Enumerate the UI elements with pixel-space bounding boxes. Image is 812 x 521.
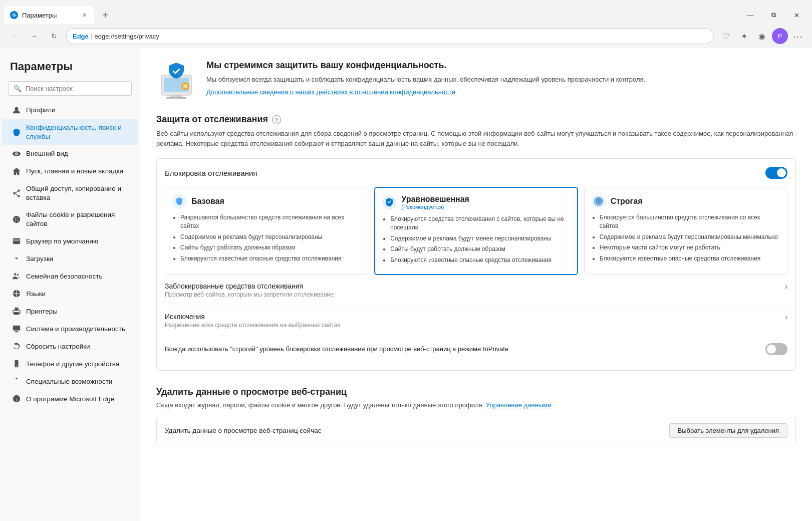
- strict-card-title: Строгая: [611, 197, 643, 206]
- sidebar-item-about[interactable]: i О программе Microsoft Edge: [2, 390, 138, 407]
- sidebar-item-family[interactable]: Семейная безопасность: [2, 268, 138, 285]
- hero-link[interactable]: Дополнительные сведения о наших действия…: [206, 88, 455, 96]
- delete-section-title: Удалить данные о просмотре веб-страниц: [156, 387, 796, 397]
- cookie-icon: [12, 215, 21, 224]
- svg-point-13: [15, 220, 16, 221]
- search-icon: 🔍: [14, 85, 22, 92]
- sidebar-item-phone[interactable]: Телефон и другие устройства: [2, 355, 138, 372]
- address-separator: |: [91, 32, 93, 40]
- delete-section: Удалить данные о просмотре веб-страниц С…: [156, 387, 796, 444]
- svg-point-32: [16, 378, 18, 380]
- sidebar-item-system[interactable]: Система и производительность: [2, 320, 138, 337]
- sidebar-item-languages[interactable]: Языки: [2, 285, 138, 302]
- privacy-hero: Мы стремимся защитить вашу конфиденциаль…: [156, 60, 796, 100]
- hero-text: Мы стремимся защитить вашу конфиденциаль…: [206, 60, 645, 96]
- sidebar-item-profiles[interactable]: Профили: [2, 102, 138, 119]
- blocking-toggle[interactable]: [765, 167, 787, 179]
- inprivate-toggle[interactable]: [765, 343, 787, 355]
- card-header: Уравновешенная (Рекомендуется): [382, 195, 570, 210]
- reset-icon: [12, 342, 21, 351]
- sidebar-search-container[interactable]: 🔍: [8, 81, 132, 96]
- basic-card[interactable]: Базовая Разрешаются большинство средств …: [165, 187, 368, 275]
- list-item: Сайты будут работать должным образом: [390, 245, 570, 253]
- sidebar-item-sharing[interactable]: Общий доступ, копирование и вставка: [2, 180, 138, 206]
- balanced-card[interactable]: Уравновешенная (Рекомендуется) Блокируют…: [374, 187, 578, 275]
- sidebar-item-appearance[interactable]: Внешний вид: [2, 145, 138, 162]
- toolbar-icons: ♡ ✦ ◉ P ···: [718, 28, 806, 44]
- balanced-card-subtitle: (Рекомендуется): [401, 204, 469, 210]
- blocked-trackers-desc: Просмотр веб-сайтов, которым мы запретил…: [165, 291, 334, 298]
- svg-rect-37: [170, 95, 182, 97]
- sidebar-item-start[interactable]: Пуск, главная и новые вкладки: [2, 163, 138, 180]
- hero-title: Мы стремимся защитить вашу конфиденциаль…: [206, 60, 645, 71]
- hero-image: [156, 60, 196, 100]
- list-item: Сайты будут работать должным образом: [180, 243, 361, 252]
- svg-rect-27: [13, 326, 20, 331]
- home-icon: [12, 167, 21, 176]
- sidebar-item-printers[interactable]: Принтеры: [2, 303, 138, 320]
- sidebar-item-label: Конфиденциальность, поиск и службы: [26, 123, 130, 141]
- svg-point-12: [17, 217, 18, 218]
- sidebar-item-label: Файлы cookie и разрешения сайтов: [26, 210, 130, 228]
- chevron-right-icon: ›: [785, 282, 787, 291]
- strict-card[interactable]: Строгая Блокируется большинство средств …: [584, 187, 787, 275]
- list-item: Блокируются известные опасные средства о…: [390, 256, 570, 265]
- manage-data-link[interactable]: Управление данными: [486, 401, 552, 409]
- sidebar-item-privacy[interactable]: Конфиденциальность, поиск и службы: [2, 119, 138, 145]
- delete-now-label: Удалить данные о просмотре веб-страниц с…: [165, 427, 321, 434]
- svg-line-9: [16, 194, 18, 195]
- sidebar-item-label: Семейная безопасность: [26, 272, 102, 281]
- active-tab[interactable]: Параметры ✕: [4, 6, 94, 24]
- exceptions-row[interactable]: Исключения Разрешение всех средств отсле…: [165, 306, 787, 336]
- address-field[interactable]: Edge | edge://settings/privacy: [66, 28, 714, 44]
- sidebar-item-downloads[interactable]: Загрузки: [2, 250, 138, 267]
- new-tab-button[interactable]: +: [96, 6, 114, 24]
- sidebar-item-label: Профили: [26, 106, 56, 115]
- svg-line-8: [16, 191, 18, 192]
- svg-point-7: [13, 192, 16, 194]
- sidebar-item-cookies[interactable]: Файлы cookie и разрешения сайтов: [2, 206, 138, 232]
- strict-icon: [592, 194, 606, 208]
- hero-description: Мы обязуемся всегда защищать и соблюдать…: [206, 75, 645, 85]
- wallet-button[interactable]: ◉: [754, 28, 770, 44]
- svg-point-4: [16, 153, 18, 155]
- help-icon[interactable]: ?: [272, 115, 281, 124]
- expand-row-content: Исключения Разрешение всех средств отсле…: [165, 313, 341, 329]
- balanced-card-list: Блокируются средства отслеживания с сайт…: [382, 215, 570, 265]
- sidebar-item-accessibility[interactable]: Специальные возможности: [2, 373, 138, 390]
- list-item: Содержимое и реклама будут персонализиро…: [600, 233, 780, 241]
- favorites-button[interactable]: ♡: [718, 28, 734, 44]
- delete-button[interactable]: Выбрать элементы для удаления: [669, 423, 787, 438]
- refresh-button[interactable]: ↻: [46, 28, 62, 44]
- basic-card-list: Разрешаются большинство средств отслежив…: [172, 213, 361, 263]
- content-area: Мы стремимся защитить вашу конфиденциаль…: [140, 48, 812, 521]
- close-button[interactable]: ✕: [785, 6, 808, 24]
- profile-button[interactable]: P: [772, 28, 788, 44]
- list-item: Блокируются средства отслеживания с сайт…: [390, 215, 570, 232]
- address-bar: ← → ↻ Edge | edge://settings/privacy ♡ ✦…: [0, 24, 812, 48]
- more-button[interactable]: ···: [790, 28, 806, 44]
- list-item: Некоторые части сайтов могут не работать: [600, 243, 780, 252]
- tab-favicon: [10, 11, 18, 19]
- sidebar-item-default[interactable]: Браузер по умолчанию: [2, 232, 138, 249]
- tracking-section-title: Защита от отслеживания ?: [156, 114, 796, 125]
- back-button[interactable]: ←: [6, 28, 22, 44]
- list-item: Содержимое и реклама будут менее персона…: [390, 234, 570, 243]
- eye-icon: [12, 149, 21, 158]
- sidebar-item-label: Сбросить настройки: [26, 342, 90, 351]
- tab-close-button[interactable]: ✕: [80, 11, 88, 19]
- minimize-button[interactable]: —: [739, 6, 762, 24]
- expand-row-content: Заблокированные средства отслеживания Пр…: [165, 282, 334, 298]
- svg-text:i: i: [16, 397, 17, 402]
- list-item: Блокируется большинство средств отслежив…: [600, 213, 780, 230]
- blocked-trackers-row[interactable]: Заблокированные средства отслеживания Пр…: [165, 275, 787, 306]
- about-icon: i: [12, 394, 21, 403]
- maximize-button[interactable]: ⧉: [762, 6, 785, 24]
- collections-button[interactable]: ✦: [736, 28, 752, 44]
- search-input[interactable]: [26, 85, 126, 92]
- inprivate-text: Всегда использовать "строгий" уровень бл…: [165, 345, 757, 354]
- forward-button[interactable]: →: [26, 28, 42, 44]
- sidebar-item-reset[interactable]: Сбросить настройки: [2, 338, 138, 355]
- accessibility-icon: [12, 377, 21, 386]
- browser-icon: [12, 236, 21, 245]
